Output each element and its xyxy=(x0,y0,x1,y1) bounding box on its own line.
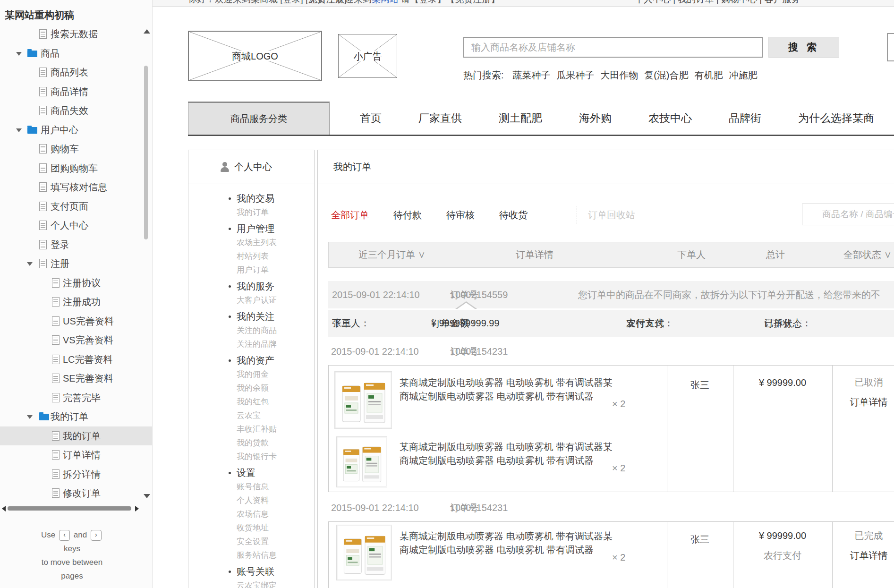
profile-menu-item[interactable]: 我的订单 xyxy=(188,205,314,219)
product-image[interactable] xyxy=(336,525,392,580)
topbar-user-links[interactable]: 个人中心 | 我的订单 | 购物中心 | 客户服务 xyxy=(635,0,800,6)
profile-menu-item[interactable]: 设置 xyxy=(188,466,314,480)
profile-menu-item[interactable]: 我的贷款 xyxy=(188,436,314,450)
sitemap-item[interactable]: 我的订单 xyxy=(0,407,152,426)
order-range-dropdown[interactable]: 近三个月订单 ∨ xyxy=(358,242,426,267)
profile-menu-item[interactable]: 我的资产 xyxy=(188,354,314,367)
expand-arrow-icon[interactable] xyxy=(27,262,33,266)
sitemap-item[interactable]: 支付页面 xyxy=(0,197,152,216)
sitemap-item[interactable]: 个人中心 xyxy=(0,216,152,235)
status-filter-dropdown[interactable]: 全部状态 ∨ xyxy=(843,242,892,267)
sidebar-scroll-right-icon[interactable] xyxy=(135,506,139,511)
profile-menu-item[interactable]: 我的交易 xyxy=(188,192,314,205)
profile-menu-item[interactable]: 云农宝绑定 xyxy=(188,579,314,588)
profile-menu-item[interactable]: 账号信息 xyxy=(188,480,314,494)
profile-menu-item[interactable]: 我的红包 xyxy=(188,395,314,409)
profile-menu-item[interactable]: 用户订单 xyxy=(188,263,314,277)
product-image[interactable] xyxy=(334,371,392,429)
profile-menu-item[interactable]: 关注的品牌 xyxy=(188,337,314,351)
nav-item[interactable]: 厂家直供 xyxy=(418,111,462,126)
profile-menu-item[interactable]: 我的银行卡 xyxy=(188,450,314,463)
profile-menu-item[interactable]: 我的服务 xyxy=(188,280,314,293)
nav-item[interactable]: 农技中心 xyxy=(648,111,692,126)
sitemap-item[interactable]: 购物车 xyxy=(0,139,152,159)
profile-menu-item[interactable]: 安全设置 xyxy=(188,535,314,548)
sitemap-item[interactable]: 我的订单 xyxy=(0,426,152,446)
product-title[interactable]: 某商城定制版电动喷雾器 电动喷雾机 带有调试器某商城定制版电动喷雾器 电动喷雾机… xyxy=(400,529,622,557)
sidebar-scroll-down-icon[interactable] xyxy=(144,494,150,498)
sitemap-item-icon xyxy=(39,106,47,115)
sitemap-item[interactable]: 订单详情 xyxy=(0,445,152,465)
site-link[interactable]: 某网站 xyxy=(372,0,399,4)
sidebar-vertical-scrollbar[interactable] xyxy=(144,66,148,239)
hot-search-term[interactable]: 蔬菜种子 xyxy=(512,70,550,80)
hot-search-term[interactable]: 瓜果种子 xyxy=(556,70,594,80)
sitemap-item[interactable]: 注册协议 xyxy=(0,273,152,293)
nav-item[interactable]: 测土配肥 xyxy=(499,111,542,126)
sitemap-item[interactable]: 商品失效 xyxy=(0,101,152,120)
nav-item[interactable]: 品牌街 xyxy=(729,111,761,126)
profile-menu-item[interactable]: 农场信息 xyxy=(188,507,314,521)
profile-menu-item[interactable]: 大客户认证 xyxy=(188,293,314,307)
sitemap-item[interactable]: 商品 xyxy=(0,44,152,63)
order-detail-link[interactable]: 订单详情 xyxy=(832,549,894,562)
sitemap-item[interactable]: SE完善资料 xyxy=(0,369,152,388)
sitemap-item[interactable]: 完善完毕 xyxy=(0,388,152,408)
profile-menu-item[interactable]: 村站列表 xyxy=(188,249,314,263)
order-tab[interactable]: 全部订单 xyxy=(331,209,369,222)
profile-menu-item[interactable]: 丰收汇补贴 xyxy=(188,422,314,436)
profile-menu-item[interactable]: 关注的商品 xyxy=(188,324,314,337)
profile-menu-item[interactable]: 我的余额 xyxy=(188,381,314,395)
nav-item[interactable]: 为什么选择某商 xyxy=(798,111,874,126)
order-tab[interactable]: 待审核 xyxy=(446,209,475,222)
orders-panel-header: 我的订单 xyxy=(318,150,894,184)
expand-arrow-icon[interactable] xyxy=(16,52,22,56)
profile-menu-item[interactable]: 我的佣金 xyxy=(188,367,314,381)
profile-menu-item[interactable]: 用户管理 xyxy=(188,222,314,236)
sitemap-item[interactable]: 商品列表 xyxy=(0,63,152,82)
hot-search-term[interactable]: 复(混)合肥 xyxy=(644,70,688,80)
sitemap-item[interactable]: 团购购物车 xyxy=(0,159,152,178)
profile-menu-item[interactable]: 我的关注 xyxy=(188,310,314,324)
hot-search-term[interactable]: 有机肥 xyxy=(694,70,723,80)
profile-menu-item[interactable]: 个人资料 xyxy=(188,494,314,507)
next-page-key-icon: › xyxy=(91,530,102,541)
profile-menu-item[interactable]: 收货地址 xyxy=(188,521,314,535)
order-tab[interactable]: 待付款 xyxy=(393,209,422,222)
profile-menu-item[interactable]: 农场主列表 xyxy=(188,236,314,249)
sitemap-item[interactable]: 注册成功 xyxy=(0,292,152,312)
category-menu-button[interactable]: 商品服务分类 xyxy=(188,102,330,136)
hot-search-term[interactable]: 大田作物 xyxy=(600,70,638,80)
order-detail-link[interactable]: 订单详情 xyxy=(832,396,894,409)
sitemap-item[interactable]: LC完善资料 xyxy=(0,350,152,369)
store-search-button[interactable]: 搜 索 xyxy=(768,37,839,58)
sitemap-item[interactable]: 注册 xyxy=(0,254,152,273)
nav-item[interactable]: 首页 xyxy=(360,111,382,126)
order-search-input[interactable] xyxy=(802,204,894,225)
sitemap-item[interactable]: 商品详情 xyxy=(0,82,152,102)
sitemap-item[interactable]: 登录 xyxy=(0,235,152,255)
sitemap-item[interactable]: VS完善资料 xyxy=(0,331,152,350)
sitemap-item[interactable]: 填写核对信息 xyxy=(0,178,152,197)
product-image[interactable] xyxy=(336,436,387,487)
order-tab[interactable]: 待收货 xyxy=(499,209,528,222)
sitemap-item[interactable]: 拆分详情 xyxy=(0,465,152,484)
profile-menu-item[interactable]: 账号关联 xyxy=(188,565,314,579)
sitemap-item[interactable]: 用户中心 xyxy=(0,120,152,140)
sitemap-item[interactable]: US完善资料 xyxy=(0,312,152,331)
sidebar-horizontal-scrollbar[interactable] xyxy=(8,506,131,511)
expand-arrow-icon[interactable] xyxy=(16,128,22,132)
profile-menu-item[interactable]: 服务站信息 xyxy=(188,548,314,562)
sitemap-item[interactable]: 修改订单 xyxy=(0,484,152,503)
nav-item[interactable]: 海外购 xyxy=(579,111,612,126)
expand-arrow-icon[interactable] xyxy=(27,415,33,419)
order-recycle-tab[interactable]: 订单回收站 xyxy=(588,203,635,227)
product-title[interactable]: 某商城定制版电动喷雾器 电动喷雾机 带有调试器某商城定制版电动喷雾器 电动喷雾机… xyxy=(400,376,622,403)
sidebar-scroll-left-icon[interactable] xyxy=(2,506,6,511)
hot-search-term[interactable]: 冲施肥 xyxy=(729,70,757,80)
product-title[interactable]: 某商城定制版电动喷雾器 电动喷雾机 带有调试器某商城定制版电动喷雾器 电动喷雾机… xyxy=(400,440,622,468)
store-search-input[interactable] xyxy=(463,37,763,58)
sitemap-item[interactable]: 搜索无数据 xyxy=(0,25,152,44)
profile-menu-item[interactable]: 云农宝 xyxy=(188,409,314,422)
sidebar-scroll-up-icon[interactable] xyxy=(144,29,150,34)
